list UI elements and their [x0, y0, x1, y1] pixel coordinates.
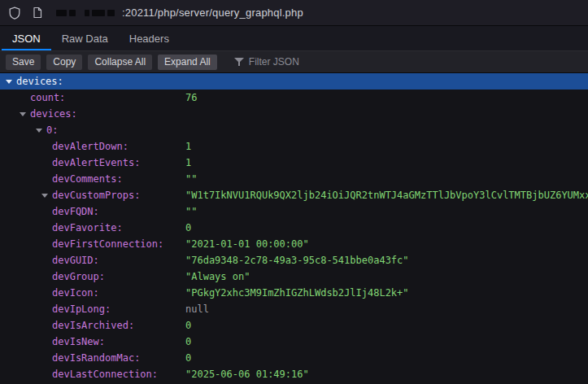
json-key: devGUID: [52, 252, 99, 268]
json-key: devComments: [52, 171, 123, 187]
json-key: devices: [30, 106, 77, 122]
page-icon[interactable] [32, 7, 43, 19]
json-row[interactable]: devIsArchived:0 [0, 317, 588, 334]
json-value: 0 [185, 317, 191, 334]
json-row[interactable]: devFavorite:0 [0, 220, 588, 236]
json-value: "2021-01-01 00:00:00" [185, 236, 309, 252]
json-key: devIcon: [52, 285, 99, 301]
json-key: devCustomProps: [52, 187, 140, 203]
json-key: devAlertDown: [52, 138, 128, 155]
json-value: "W1t7IkNVU1RQUk9QX2ljb24iOiJQR2tnWTJ4aGM… [185, 187, 588, 203]
json-tree: devices:count:76devices:0:devAlertDown:1… [0, 73, 588, 382]
filter-funnel-icon [234, 58, 244, 67]
json-row[interactable]: 0: [0, 122, 588, 138]
json-key: count: [30, 89, 65, 106]
json-key: devAlertEvents: [52, 155, 140, 171]
filter-json-input[interactable]: Filter JSON [234, 56, 299, 68]
json-row[interactable]: devIsNew:0 [0, 334, 588, 350]
tab-json[interactable]: JSON [2, 26, 51, 50]
json-row[interactable]: devIpLong:null [0, 301, 588, 317]
filter-placeholder: Filter JSON [249, 56, 299, 68]
collapse-all-button[interactable]: Collapse All [88, 55, 152, 70]
json-row[interactable]: devices: [0, 73, 588, 89]
browser-toolbar: :20211/php/server/query_graphql.php [0, 0, 588, 26]
json-value: 1 [185, 138, 191, 155]
json-key: devFavorite: [52, 220, 123, 236]
json-row[interactable]: devFirstConnection:"2021-01-01 00:00:00" [0, 236, 588, 252]
expand-all-button[interactable]: Expand All [158, 55, 217, 70]
json-value: "76da9348-2c78-49a3-95c8-541bbe0a43fc" [185, 252, 409, 268]
json-key: devIsRandomMac: [52, 350, 140, 366]
json-value: "" [185, 203, 197, 220]
tracking-protection-shield-icon[interactable] [8, 7, 21, 20]
viewer-tabs: JSON Raw Data Headers [0, 26, 588, 51]
json-value: null [185, 301, 209, 317]
json-row[interactable]: devices: [0, 106, 588, 122]
tab-headers[interactable]: Headers [119, 26, 180, 50]
copy-button[interactable]: Copy [46, 55, 82, 70]
json-key: devIsArchived: [52, 317, 134, 334]
json-value: 0 [185, 334, 191, 350]
json-key: 0: [46, 122, 58, 138]
json-key: devFirstConnection: [52, 236, 163, 252]
json-row[interactable]: devFQDN:"" [0, 203, 588, 220]
url-text[interactable]: :20211/php/server/query_graphql.php [122, 7, 303, 19]
json-key: devLastConnection: [52, 366, 158, 382]
json-value: 1 [185, 155, 191, 171]
json-row[interactable]: devIsRandomMac:0 [0, 350, 588, 366]
json-value: 0 [185, 220, 191, 236]
json-row[interactable]: devGUID:"76da9348-2c78-49a3-95c8-541bbe0… [0, 252, 588, 268]
json-row[interactable]: devAlertDown:1 [0, 138, 588, 155]
expander-icon[interactable] [41, 194, 48, 198]
json-value: 76 [185, 89, 197, 106]
json-value: "PGkgY2xhc3M9ImZhIGZhLWdsb2JlIj48L2k+" [185, 285, 409, 301]
json-toolbar: Save Copy Collapse All Expand All Filter… [0, 51, 588, 73]
redacted-host [56, 10, 117, 16]
json-row[interactable]: devAlertEvents:1 [0, 155, 588, 171]
json-row[interactable]: count:76 [0, 89, 588, 106]
json-row[interactable]: devIcon:"PGkgY2xhc3M9ImZhIGZhLWdsb2JlIj4… [0, 285, 588, 301]
json-row[interactable]: devLastConnection:"2025-06-06 01:49:16" [0, 366, 588, 382]
json-value: "2025-06-06 01:49:16" [185, 366, 309, 382]
json-row[interactable]: devGroup:"Always on" [0, 268, 588, 285]
json-value: "" [185, 171, 197, 187]
expander-icon[interactable] [20, 112, 26, 116]
json-key: devices: [16, 73, 63, 89]
json-key: devIpLong: [52, 301, 111, 317]
json-row[interactable]: devCustomProps:"W1t7IkNVU1RQUk9QX2ljb24i… [0, 187, 588, 203]
json-key: devIsNew: [52, 334, 105, 350]
expander-icon[interactable] [36, 129, 42, 133]
json-row[interactable]: devComments:"" [0, 171, 588, 187]
save-button[interactable]: Save [6, 55, 41, 70]
tab-raw-data[interactable]: Raw Data [51, 26, 119, 50]
expander-icon[interactable] [6, 80, 12, 84]
json-value: 0 [185, 350, 191, 366]
json-value: "Always on" [185, 268, 250, 285]
json-key: devFQDN: [52, 203, 99, 220]
json-key: devGroup: [52, 268, 105, 285]
